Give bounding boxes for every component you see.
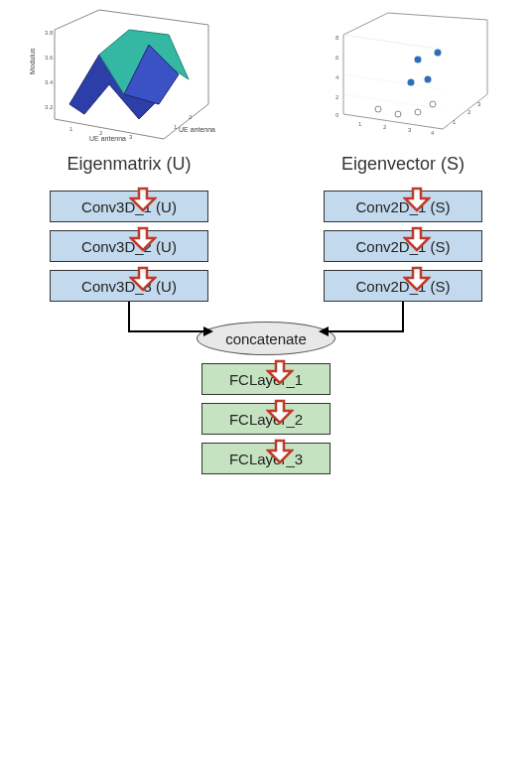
svg-text:1: 1 [358, 121, 362, 127]
svg-line-29 [343, 94, 443, 109]
svg-text:UE antenna: UE antenna [179, 126, 215, 133]
svg-text:2: 2 [335, 94, 339, 100]
svg-line-4 [99, 10, 208, 25]
svg-point-31 [425, 76, 432, 83]
svg-text:4: 4 [335, 74, 339, 80]
svg-point-37 [430, 101, 436, 107]
svg-text:Modulus: Modulus [30, 48, 36, 74]
scatter3d-plot-icon: 8 6 4 2 0 1 2 3 4 1 2 3 [314, 5, 502, 144]
svg-marker-50 [203, 326, 213, 336]
eigenmatrix-plot: Modulus UE antenna UE antenna 3.8 3.6 3.… [30, 5, 218, 144]
left-branch: Eigenmatrix (U) Conv3D_1 (U) Conv3D_2 (U… [40, 154, 218, 302]
svg-line-26 [388, 13, 487, 20]
surface-plot-icon: Modulus UE antenna UE antenna 3.8 3.6 3.… [30, 5, 218, 144]
diagram-container: Modulus UE antenna UE antenna 3.8 3.6 3.… [0, 0, 532, 778]
svg-text:3: 3 [408, 127, 412, 133]
merge-arrows-icon [0, 302, 532, 361]
svg-text:1: 1 [453, 119, 457, 125]
right-branch-title: Eigenvector (S) [341, 154, 465, 175]
svg-text:3.6: 3.6 [45, 55, 54, 61]
svg-line-3 [55, 10, 99, 30]
svg-point-30 [415, 57, 422, 64]
merge-lines [0, 302, 532, 361]
svg-text:1: 1 [69, 126, 73, 132]
svg-line-22 [443, 94, 487, 129]
left-branch-title: Eigenmatrix (U) [66, 154, 191, 175]
svg-text:UE antenna: UE antenna [89, 135, 126, 142]
top-images-row: Modulus UE antenna UE antenna 3.8 3.6 3.… [0, 0, 532, 144]
svg-text:3.8: 3.8 [45, 30, 54, 36]
svg-text:0: 0 [335, 112, 339, 118]
svg-text:2: 2 [383, 124, 387, 130]
svg-text:4: 4 [431, 130, 435, 136]
svg-marker-51 [319, 326, 329, 336]
svg-text:3.2: 3.2 [45, 104, 54, 110]
right-branch: Eigenvector (S) Conv2D_1 (S) Conv2D_1 (S… [314, 154, 492, 302]
branch-row: Eigenmatrix (U) Conv3D_1 (U) Conv3D_2 (U… [0, 154, 532, 302]
svg-text:8: 8 [335, 35, 339, 41]
svg-point-32 [408, 79, 415, 86]
svg-text:3.4: 3.4 [45, 79, 54, 85]
svg-point-36 [415, 109, 421, 115]
svg-line-1 [164, 104, 208, 139]
svg-point-33 [435, 50, 442, 57]
svg-text:6: 6 [335, 55, 339, 61]
svg-point-34 [375, 106, 381, 112]
svg-text:3: 3 [477, 101, 481, 107]
svg-line-25 [343, 13, 388, 35]
svg-line-27 [343, 35, 443, 50]
svg-text:3: 3 [129, 134, 133, 140]
svg-text:2: 2 [467, 109, 471, 115]
svg-point-35 [395, 111, 401, 117]
eigenvector-plot: 8 6 4 2 0 1 2 3 4 1 2 3 [314, 5, 502, 144]
